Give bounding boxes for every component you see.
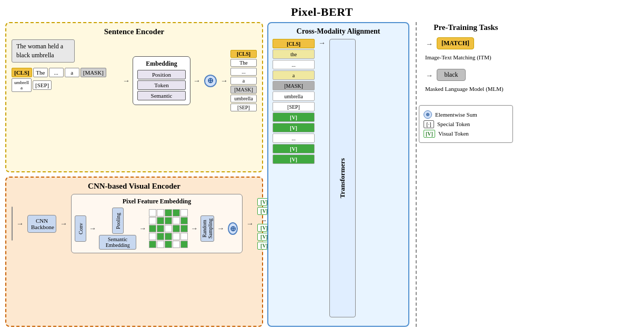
sep-token: [SEP] bbox=[33, 80, 52, 90]
out-mask: [MASK] bbox=[230, 86, 257, 94]
umbrella-token: umbrella bbox=[12, 78, 32, 92]
out-umbrella: umbrella bbox=[230, 95, 257, 102]
cm-a: a bbox=[273, 70, 315, 80]
embedding-block: Embedding Position Token Semantic bbox=[133, 56, 190, 105]
legend-special-label: Special Token bbox=[437, 121, 470, 127]
cls-token: [CLS] bbox=[12, 68, 32, 77]
legend-sum-label: Elementwise Sum bbox=[435, 111, 477, 118]
cross-modality-panel: Cross-Modality Alignment [CLS] the ... a… bbox=[267, 22, 409, 327]
legend-special: [·] Special Token bbox=[424, 120, 508, 128]
cm-v3: [V] bbox=[273, 144, 315, 153]
plus-circle-sentence: ⊕ bbox=[204, 75, 217, 87]
arrow-conv-pool: → bbox=[89, 224, 96, 233]
right-panel: Pre-Training Tasks → [MATCH] Image-Text … bbox=[416, 22, 513, 327]
arrow-to-plus: → bbox=[193, 77, 200, 85]
semantic-row: Semantic bbox=[137, 91, 186, 100]
input-text: The woman held a black umbrella bbox=[12, 39, 75, 63]
cross-modality-title: Cross-Modality Alignment bbox=[273, 27, 404, 36]
arrow-to-embedding: → bbox=[123, 77, 130, 85]
cm-content: [CLS] the ... a [MASK] umbrella [SEP] [V… bbox=[273, 39, 404, 317]
cnn-content: → CNNBackbone → Pixel Feature Embedding … bbox=[12, 194, 257, 253]
arrow-to-mlm: → bbox=[426, 71, 433, 80]
arrow-rand-plus: → bbox=[217, 224, 224, 233]
sentence-encoder: Sentence Encoder The woman held a black … bbox=[5, 22, 263, 172]
sentence-encoder-title: Sentence Encoder bbox=[12, 27, 257, 36]
mlm-label: Masked Language Model (MLM) bbox=[425, 85, 504, 93]
feature-grid bbox=[149, 209, 188, 248]
output-tokens-sentence: [CLS] The ... a [MASK] umbrella [SEP] bbox=[230, 50, 257, 111]
conv-box: Conv bbox=[75, 215, 86, 242]
legend-sum-icon: ⊕ bbox=[424, 110, 432, 119]
random-sampling-box: Random Sampling bbox=[200, 215, 214, 242]
input-image bbox=[12, 207, 13, 241]
cm-cls: [CLS] bbox=[273, 39, 315, 48]
cm-mask: [MASK] bbox=[273, 81, 315, 90]
cm-sep: [SEP] bbox=[273, 102, 315, 111]
main-title: Pixel-BERT bbox=[0, 0, 644, 22]
embedding-title: Embedding bbox=[137, 60, 186, 68]
legend-sum: ⊕ Elementwise Sum bbox=[424, 110, 508, 119]
arrow-pool-grid: → bbox=[139, 224, 146, 233]
legend-special-icon: [·] bbox=[424, 120, 434, 128]
pixel-feature-title: Pixel Feature Embedding bbox=[75, 198, 239, 205]
token-row: [CLS] The ... a [MASK] umbrella [SEP] bbox=[12, 68, 118, 92]
cm-v1: [V] bbox=[273, 112, 315, 122]
cm-the: the bbox=[273, 49, 315, 59]
pf-content: Conv → Pooling Semantic Embedding → bbox=[75, 208, 239, 250]
arrow-to-output: → bbox=[220, 77, 228, 85]
transformer-label: Transformers bbox=[338, 158, 347, 198]
arrow-cnn-to-pf: → bbox=[60, 220, 67, 228]
out-cls: [CLS] bbox=[230, 50, 257, 58]
cm-v4: [V] bbox=[273, 154, 315, 164]
left-panel: Sentence Encoder The woman held a black … bbox=[5, 22, 263, 327]
a-token: a bbox=[65, 68, 79, 77]
cnn-backbone: CNNBackbone bbox=[27, 215, 56, 233]
transformer-box: Transformers bbox=[329, 39, 356, 317]
plus-circle-visual: ⊕ bbox=[228, 222, 238, 235]
cnn-encoder: CNN-based Visual Encoder → CNNBackbone →… bbox=[5, 177, 263, 327]
out-a: a bbox=[230, 77, 257, 85]
pixel-feature-box: Pixel Feature Embedding Conv → Pooling S… bbox=[71, 194, 243, 253]
out-the: The bbox=[230, 59, 257, 67]
cm-token-stack: [CLS] the ... a [MASK] umbrella [SEP] [V… bbox=[273, 39, 315, 317]
out-ellipsis: ... bbox=[230, 68, 257, 76]
pool-box: Pooling bbox=[112, 208, 124, 234]
legend-box: ⊕ Elementwise Sum [·] Special Token [V] … bbox=[419, 105, 513, 143]
legend-visual-icon: [V] bbox=[424, 130, 435, 138]
legend-visual-label: Visual Token bbox=[438, 130, 469, 137]
arrow-to-match: → bbox=[426, 40, 433, 48]
match-box: [MATCH] bbox=[437, 37, 474, 49]
cm-umbrella: umbrella bbox=[273, 91, 315, 101]
pre-training-title: Pre-Training Tasks bbox=[419, 23, 513, 32]
the-token: The bbox=[33, 68, 48, 77]
cm-dots2: ... bbox=[273, 133, 315, 143]
cm-dots1: ... bbox=[273, 60, 315, 69]
right-tasks: → [MATCH] Image-Text Matching (ITM) → bl… bbox=[419, 37, 513, 101]
cnn-encoder-title: CNN-based Visual Encoder bbox=[12, 182, 257, 191]
semantic-emb-box: Semantic Embedding bbox=[99, 235, 136, 250]
legend-visual: [V] Visual Token bbox=[424, 130, 508, 138]
mask-token: [MASK] bbox=[80, 68, 106, 77]
mlm-output-box: black bbox=[437, 69, 466, 81]
itm-label: Image-Text Matching (ITM) bbox=[425, 54, 491, 61]
arrow-pf-to-vtokens: → bbox=[246, 220, 254, 228]
ellipsis-token: ... bbox=[49, 68, 64, 77]
out-sep: [SEP] bbox=[230, 104, 257, 111]
position-row: Position bbox=[137, 70, 186, 79]
arrow-img-to-cnn: → bbox=[16, 220, 24, 228]
arrow-grid-rand: → bbox=[190, 224, 198, 233]
cm-v2: [V] bbox=[273, 123, 315, 132]
arrow-stack-to-transformer: → bbox=[318, 39, 326, 317]
cross-modality-box: Cross-Modality Alignment [CLS] the ... a… bbox=[267, 22, 409, 327]
token-row-emb: Token bbox=[137, 80, 186, 90]
